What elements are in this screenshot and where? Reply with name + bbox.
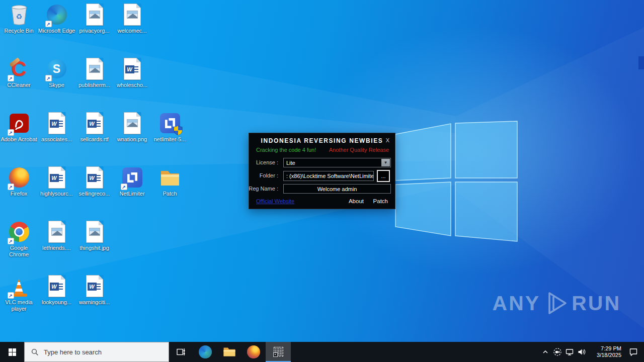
desktop-icon-label: warningciti...: [79, 299, 110, 306]
desktop-icon-netlimiter-setup[interactable]: netlimiter-5...: [151, 111, 189, 164]
windows-logo-wallpaper-icon: [393, 119, 519, 243]
magnifier-icon: [31, 348, 39, 356]
desktop-icon-edge[interactable]: ↗ Microsoft Edge: [38, 2, 75, 55]
word-document-icon: W: [124, 58, 141, 80]
volume-icon: [577, 347, 586, 356]
word-document-icon: W: [86, 275, 103, 297]
taskbar-edge-button[interactable]: [193, 342, 217, 362]
taskbar-file-explorer-button[interactable]: [217, 342, 242, 362]
shortcut-arrow-icon: ↗: [45, 75, 52, 81]
chevron-down-icon[interactable]: ▼: [381, 159, 390, 166]
desktop-icon-label: VLC media player: [1, 299, 38, 312]
desktop-icon-word[interactable]: W sellingreco...: [75, 165, 113, 218]
image-file-icon: [48, 221, 65, 243]
desktop-icon-netlimiter[interactable]: ↗ NetLimiter: [113, 165, 151, 218]
desktop-icon-word[interactable]: W highlysourc...: [38, 165, 75, 218]
keygen-window-title: INDONESIA REVERSING NEWBIES: [249, 137, 395, 144]
desktop-icon-word[interactable]: W associates...: [38, 111, 75, 164]
about-button[interactable]: About: [349, 198, 364, 204]
keygen-app-icon: [274, 347, 283, 356]
desktop-icon-image[interactable]: publisherm...: [75, 56, 113, 110]
license-dropdown[interactable]: Lite ▼: [283, 158, 391, 167]
desktop-icon-vlc[interactable]: ↗ VLC media player: [0, 274, 38, 327]
desktop-icon-chrome[interactable]: ↗ Google Chrome: [0, 219, 38, 273]
action-center-icon: [629, 347, 638, 356]
patch-button[interactable]: Patch: [373, 198, 388, 204]
image-file-icon: [124, 4, 141, 26]
shortcut-arrow-icon: ↗: [45, 21, 52, 27]
taskbar-keygen-app-button[interactable]: [266, 342, 291, 362]
desktop-icon-label: netlimiter-5...: [154, 136, 186, 143]
start-button[interactable]: [0, 342, 24, 362]
desktop-icon-label: publisherm...: [78, 82, 110, 88]
network-tray-button[interactable]: [564, 342, 576, 362]
desktop-icon-label: privacyorg...: [79, 28, 110, 34]
tray-time: 7:29 PM: [588, 345, 621, 352]
desktop-icon-label: welcomec...: [117, 28, 146, 34]
desktop-icon-word[interactable]: W lookyoung...: [38, 274, 75, 327]
taskbar-clock[interactable]: 7:29 PM 3/18/2025: [588, 345, 623, 359]
word-document-icon: W: [86, 166, 103, 189]
desktop-icon-image[interactable]: welcomec...: [113, 2, 151, 55]
desktop-icon-label: associates...: [41, 136, 72, 143]
desktop-icon-acrobat[interactable]: ↗ Adobe Acrobat: [0, 111, 38, 164]
desktop-icon-folder[interactable]: Patch: [151, 165, 189, 218]
taskbar-search-box[interactable]: Type here to search: [24, 342, 169, 362]
show-hidden-icons-button[interactable]: [539, 342, 551, 362]
desktop-icon-word[interactable]: W warningciti...: [75, 274, 113, 327]
desktop-icon-skype[interactable]: S ↗ Skype: [38, 56, 75, 110]
desktop-icon-word[interactable]: W wholescho...: [113, 56, 151, 110]
desktop-icon-label: thingshit.jpg: [79, 245, 109, 251]
desktop-icon-label: sellingreco...: [79, 191, 110, 197]
shortcut-arrow-icon: ↗: [8, 75, 14, 81]
desktop-icon-label: sellcards.rtf: [80, 136, 108, 143]
license-value: Lite: [286, 160, 295, 166]
desktop-wallpaper: ♻ Recycle Bin ↗ Microsoft Edge privacyor…: [0, 0, 644, 342]
shortcut-arrow-icon: ↗: [8, 238, 14, 244]
close-icon[interactable]: X: [386, 137, 389, 143]
anyrun-watermark: ANY RUN: [493, 290, 621, 317]
browse-button[interactable]: ...: [377, 170, 390, 182]
folder-label: Folder :: [247, 172, 278, 178]
netlimiter-setup-icon: [160, 113, 180, 133]
desktop-icon-ccleaner[interactable]: C ↗ CCleaner: [0, 56, 38, 110]
desktop-icon-word[interactable]: W sellcards.rtf: [75, 111, 113, 164]
desktop-icon-label: letfriends....: [42, 245, 71, 251]
image-file-icon: [86, 221, 103, 243]
word-document-icon: W: [48, 112, 65, 134]
image-file-icon: [86, 4, 103, 26]
chevron-up-icon: [542, 348, 549, 355]
taskbar-firefox-button[interactable]: [242, 342, 266, 362]
taskbar: Type here to search: [0, 342, 644, 362]
shortcut-arrow-icon: ↗: [121, 184, 127, 190]
tray-date: 3/18/2025: [588, 352, 621, 359]
desktop-icon-image[interactable]: wnation.png: [113, 111, 151, 164]
folder-input[interactable]: : (x86)\Locktime Software\NetLimiter: [283, 171, 374, 181]
desktop-icon-recycle-bin[interactable]: ♻ Recycle Bin: [0, 2, 38, 55]
watermark-text-run: RUN: [572, 292, 621, 315]
regname-value: Welcome admin: [317, 186, 357, 192]
regname-label: Reg Name :: [247, 186, 278, 192]
meet-now-button[interactable]: [551, 342, 564, 362]
meet-now-camera-icon: [553, 347, 562, 356]
action-center-button[interactable]: [623, 342, 644, 362]
desktop-icon-label: Microsoft Edge: [38, 28, 75, 34]
desktop-icon-image[interactable]: privacyorg...: [75, 2, 113, 55]
folder-icon: [159, 168, 181, 187]
image-file-icon: [124, 112, 141, 134]
desktop-icon-image[interactable]: thingshit.jpg: [75, 219, 113, 273]
keygen-window[interactable]: INDONESIA REVERSING NEWBIES X Cracking t…: [249, 133, 395, 209]
desktop-icon-image[interactable]: letfriends....: [38, 219, 75, 273]
task-view-button[interactable]: [169, 342, 193, 362]
uac-shield-icon: [174, 125, 183, 135]
regname-input[interactable]: Welcome admin: [283, 184, 391, 194]
desktop-icon-label: wnation.png: [117, 136, 147, 143]
desktop-icon-firefox[interactable]: ↗ Firefox: [0, 165, 38, 218]
official-website-link[interactable]: Official Website: [256, 198, 294, 204]
word-document-icon: W: [86, 112, 103, 134]
volume-tray-button[interactable]: [576, 342, 588, 362]
license-label: License :: [247, 159, 278, 165]
search-placeholder: Type here to search: [44, 348, 102, 356]
word-document-icon: W: [48, 166, 65, 189]
keygen-tagline-left: Cracking the code 4 fun!: [256, 147, 316, 153]
